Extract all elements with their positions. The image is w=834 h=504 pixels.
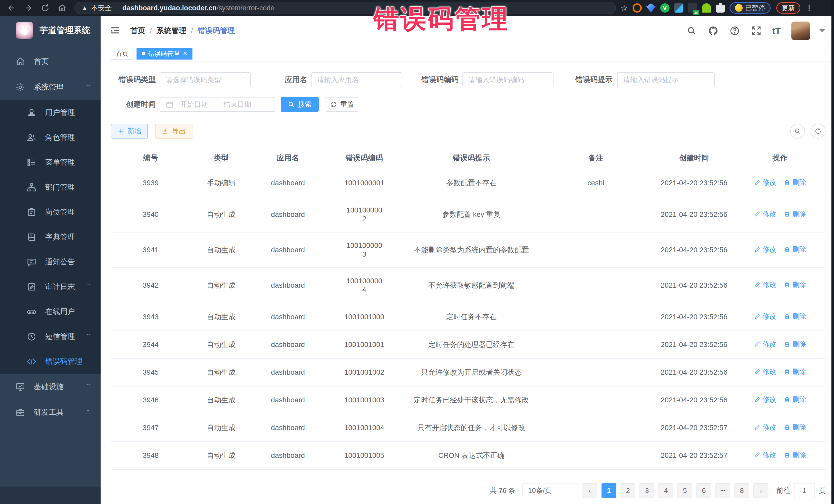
col-remark: 备注 — [538, 147, 654, 169]
page-button-8[interactable]: 8 — [734, 483, 749, 498]
delete-link[interactable]: 删除 — [784, 395, 806, 404]
extension-switch-icon[interactable] — [688, 3, 697, 13]
tab-error-code[interactable]: 错误码管理 ✕ — [136, 48, 193, 60]
page-button-1[interactable]: 1 — [601, 483, 616, 498]
error-code-input[interactable]: 请输入错误码编码 — [462, 72, 553, 87]
edit-link[interactable]: 修改 — [754, 451, 776, 459]
sidebar-item-14[interactable]: 研发工具ˇ — [0, 399, 101, 425]
row-time: 2021-04-20 23:52:57 — [654, 414, 734, 442]
sidebar-item-10[interactable]: 在线用户 — [0, 299, 101, 324]
browser-forward-icon[interactable] — [23, 2, 34, 14]
toggle-search-icon-button[interactable] — [790, 124, 805, 138]
row-hint: CRON 表达式不正确 — [405, 442, 538, 469]
sidebar-item-3[interactable]: 角色管理 — [0, 125, 101, 150]
reset-button[interactable]: 重置 — [326, 97, 358, 112]
user-avatar[interactable] — [791, 22, 810, 40]
sidebar-item-12[interactable]: 错误码管理 — [0, 349, 101, 374]
error-code-placeholder: 请输入错误码编码 — [468, 75, 524, 84]
export-button[interactable]: 导出 — [155, 124, 193, 138]
breadcrumb-home[interactable]: 首页 — [130, 26, 145, 36]
sidebar-collapse-icon[interactable] — [110, 25, 121, 37]
sidebar-item-6[interactable]: 岗位管理 — [0, 200, 101, 224]
refresh-icon-button[interactable] — [811, 124, 826, 138]
search-icon[interactable] — [686, 25, 697, 36]
delete-link[interactable]: 删除 — [784, 312, 806, 321]
fullscreen-icon[interactable] — [751, 25, 762, 36]
app-name-input[interactable]: 请输入应用名 — [311, 72, 402, 87]
edit-link[interactable]: 修改 — [754, 368, 776, 376]
edit-link[interactable]: 修改 — [754, 395, 776, 404]
sidebar-footer-bar[interactable] — [0, 486, 101, 504]
github-icon[interactable] — [708, 25, 719, 36]
page-size-select[interactable]: 10条/页 ˆ — [523, 483, 578, 498]
extension-orange-icon[interactable] — [633, 3, 642, 13]
delete-link[interactable]: 删除 — [784, 245, 806, 254]
page-button-5[interactable]: 5 — [678, 483, 692, 498]
delete-link[interactable]: 删除 — [784, 178, 806, 187]
sidebar-item-11[interactable]: 短信管理ˇ — [0, 324, 101, 349]
create-time-range-picker[interactable]: 开始日期 - 结束日期 — [160, 97, 275, 112]
browser-reload-icon[interactable] — [40, 2, 51, 14]
tab-close-icon[interactable]: ✕ — [183, 50, 187, 57]
breadcrumb-section[interactable]: 系统管理 — [156, 26, 186, 36]
tab-home[interactable]: 首页 — [111, 48, 133, 60]
edit-link[interactable]: 修改 — [754, 178, 776, 187]
browser-back-icon[interactable] — [6, 2, 17, 14]
sidebar-logo[interactable]: 芋道管理系统 — [0, 16, 101, 45]
sidebar-item-0[interactable]: 首页 — [0, 49, 101, 74]
row-type: 自动生成 — [191, 331, 252, 358]
delete-link[interactable]: 删除 — [784, 210, 806, 218]
extension-key-icon[interactable] — [702, 3, 711, 13]
extension-gem-icon[interactable] — [646, 3, 656, 13]
page-button-2[interactable]: 2 — [620, 483, 635, 498]
search-button[interactable]: 搜索 — [281, 97, 319, 112]
help-icon[interactable] — [729, 25, 740, 36]
goto-label: 前往 — [776, 486, 790, 495]
goto-page-input[interactable]: 1 — [794, 483, 815, 498]
sidebar-item-2[interactable]: 用户管理 — [0, 100, 101, 125]
paused-extension-chip[interactable]: 已暂停 — [729, 2, 771, 14]
browser-menu-icon[interactable]: ⋮ — [806, 4, 813, 13]
sidebar-item-8[interactable]: 通知公告 — [0, 249, 101, 274]
edit-label: 修改 — [763, 451, 776, 459]
sidebar-item-9[interactable]: 审计日志ˇ — [0, 274, 101, 299]
delete-link[interactable]: 删除 — [784, 368, 806, 376]
delete-link[interactable]: 删除 — [784, 423, 806, 432]
avatar-caret-icon[interactable] — [819, 29, 825, 32]
edit-link[interactable]: 修改 — [754, 245, 776, 254]
edit-link[interactable]: 修改 — [754, 340, 776, 349]
extensions-puzzle-icon[interactable] — [716, 3, 725, 13]
row-remark — [538, 414, 654, 442]
next-page-button[interactable]: › — [753, 483, 768, 498]
page-button-6[interactable]: 6 — [697, 483, 711, 498]
sidebar-item-4[interactable]: 菜单管理 — [0, 150, 101, 175]
error-type-select[interactable]: 请选择错误码类型 ˆ — [160, 72, 251, 87]
font-size-icon[interactable]: tT — [772, 26, 781, 36]
page-button-3[interactable]: 3 — [639, 483, 654, 498]
sidebar-item-1[interactable]: 系统管理ˆ — [0, 74, 101, 100]
address-bar[interactable]: ▲ 不安全 dashboard.yudao.iocoder.cn /system… — [74, 2, 616, 14]
extension-grid-icon[interactable] — [674, 3, 683, 13]
extension-vue-devtools-icon[interactable]: V — [660, 3, 670, 13]
sidebar-item-7[interactable]: 字典管理 — [0, 224, 101, 249]
delete-label: 删除 — [792, 281, 806, 289]
edit-link[interactable]: 修改 — [754, 423, 776, 432]
prev-page-button[interactable]: ‹ — [583, 483, 597, 498]
row-code: 1001001002 — [324, 358, 405, 386]
add-button[interactable]: 新增 — [111, 124, 148, 138]
browser-home-icon[interactable] — [57, 2, 68, 14]
sidebar-item-13[interactable]: 基础设施ˇ — [0, 374, 101, 399]
delete-link[interactable]: 删除 — [784, 451, 806, 459]
error-hint-input[interactable]: 请输入错误码提示 — [617, 72, 715, 87]
delete-link[interactable]: 删除 — [784, 281, 806, 289]
edit-link[interactable]: 修改 — [754, 312, 776, 321]
page-button-4[interactable]: 4 — [658, 483, 673, 498]
edit-link[interactable]: 修改 — [754, 281, 776, 289]
edit-link[interactable]: 修改 — [754, 210, 776, 218]
browser-update-button[interactable]: 更新 — [776, 2, 800, 14]
bookmark-star-icon[interactable]: ☆ — [620, 3, 628, 13]
delete-link[interactable]: 删除 — [784, 340, 806, 349]
sidebar-item-5[interactable]: 部门管理 — [0, 175, 101, 200]
page-ellipsis[interactable]: ••• — [716, 483, 730, 498]
row-actions: 修改删除 — [734, 169, 826, 197]
